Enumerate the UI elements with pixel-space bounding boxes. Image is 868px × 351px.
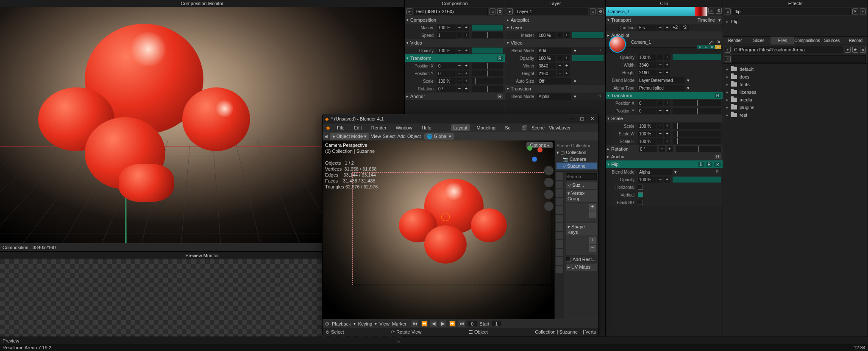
remove-effect-button[interactable]: ✕ bbox=[714, 162, 721, 167]
blender-window[interactable]: ◆ * (Unsaved) - Blender 4.1 — ▢ ✕ ◉ File… bbox=[322, 114, 599, 336]
viewlayer-dropdown[interactable]: ViewLayer bbox=[549, 125, 570, 130]
menu-add[interactable]: Add bbox=[397, 134, 406, 139]
sec-clip-flip[interactable]: ▾FlipBR✕ bbox=[606, 160, 723, 168]
menu-edit[interactable]: Edit bbox=[351, 124, 364, 131]
comp-master-slider[interactable] bbox=[472, 25, 503, 31]
search-icon[interactable]: ⌕ bbox=[490, 8, 495, 14]
sec-layer-video[interactable]: ▾Video bbox=[505, 39, 605, 47]
timeline-marker[interactable]: Marker bbox=[392, 321, 406, 326]
workspace-modeling[interactable]: Modeling bbox=[474, 124, 498, 131]
remove-button[interactable]: − bbox=[589, 211, 596, 218]
shape-keys-header[interactable]: ▾ Shape Keys bbox=[566, 223, 597, 236]
search-icon[interactable]: ⌕ bbox=[725, 56, 731, 62]
property-tabs[interactable] bbox=[555, 171, 564, 319]
flip-vertical-checkbox[interactable] bbox=[638, 192, 643, 197]
bookmark-icon[interactable]: ★ bbox=[852, 47, 858, 53]
effect-item-flip[interactable]: ▸Flip bbox=[726, 18, 864, 25]
tab-record[interactable]: Record bbox=[844, 37, 868, 45]
current-frame[interactable]: 0 bbox=[467, 321, 477, 326]
uv-maps-header[interactable]: ▸ UV Maps bbox=[566, 264, 597, 271]
outliner-camera[interactable]: 📷 Camera bbox=[556, 156, 597, 163]
path-input[interactable]: C:/Program Files/Resolume Arena bbox=[732, 46, 843, 53]
add-button[interactable]: + bbox=[589, 204, 596, 211]
rgba-toggles[interactable]: RGBA bbox=[697, 45, 721, 49]
suzanne-viewport[interactable] bbox=[399, 179, 509, 268]
effects-search-input[interactable] bbox=[732, 8, 851, 15]
flip-blackbg-checkbox[interactable] bbox=[638, 200, 643, 205]
sec-clip-rotation[interactable]: ▸Rotation0 °−+ bbox=[606, 145, 723, 153]
folder-fonts[interactable]: ▸fonts bbox=[726, 81, 864, 88]
menu-window[interactable]: Window bbox=[393, 124, 415, 131]
timeline-keying[interactable]: Keying bbox=[358, 321, 373, 326]
clear-search-icon[interactable]: ✕ bbox=[852, 8, 858, 14]
tab-slices[interactable]: Slices bbox=[747, 37, 771, 45]
gear-icon[interactable]: ⚙ bbox=[497, 8, 503, 14]
sec-layer-autopilot[interactable]: ▸Autopilot bbox=[505, 16, 605, 24]
workspace-more[interactable]: Sc bbox=[502, 124, 513, 131]
editor-type-icon[interactable]: ⊞ bbox=[324, 134, 328, 139]
menu-file[interactable]: File bbox=[334, 124, 347, 131]
menu-view[interactable]: View bbox=[371, 134, 381, 139]
maximize-button[interactable]: ▢ bbox=[578, 115, 586, 123]
layer-blend-dropdown[interactable]: Add bbox=[537, 48, 571, 54]
tab-compositions[interactable]: Compositions bbox=[794, 37, 820, 45]
menu-help[interactable]: Help bbox=[419, 124, 434, 131]
blender-viewport[interactable]: Camera Perspective (0) Collection | Suza… bbox=[323, 140, 554, 319]
comp-name-input[interactable] bbox=[414, 8, 488, 15]
sec-layer-transition[interactable]: ▾Transition bbox=[505, 85, 605, 93]
folder-licenses[interactable]: ▸licenses bbox=[726, 88, 864, 96]
prev-key-icon[interactable]: ⏪ bbox=[421, 320, 428, 327]
vertex-groups-header[interactable]: ▾ Vertex Group bbox=[566, 190, 597, 202]
search-icon[interactable]: ⌕ bbox=[725, 8, 731, 14]
sec-clip-scale[interactable]: ▾Scale bbox=[606, 115, 723, 122]
sec-comp-anchor[interactable]: ▸AnchorR bbox=[405, 93, 505, 100]
splitter-icon[interactable]: ◡ bbox=[395, 337, 401, 343]
menu-render[interactable]: Render bbox=[369, 124, 389, 131]
folder-rest[interactable]: ▸rest bbox=[726, 111, 864, 119]
start-frame[interactable]: 1 bbox=[492, 321, 501, 326]
layer-autosize-dropdown[interactable]: Off bbox=[537, 78, 571, 84]
folder-plugins[interactable]: ▸plugins bbox=[726, 104, 864, 111]
add-icon[interactable]: + bbox=[860, 8, 866, 14]
flip-horizontal-checkbox[interactable] bbox=[638, 185, 643, 190]
transport-mode-dropdown[interactable]: Timeline bbox=[698, 17, 715, 22]
file-search-input[interactable] bbox=[732, 55, 866, 63]
folder-media[interactable]: ▸media bbox=[726, 96, 864, 104]
layer-name-input[interactable] bbox=[515, 8, 588, 15]
comp-caret-icon[interactable]: ▸ bbox=[406, 8, 412, 14]
minimize-button[interactable]: — bbox=[568, 115, 576, 123]
workspace-layout[interactable]: Layout bbox=[451, 124, 470, 131]
orientation-dropdown[interactable]: 🌐 Global ▾ bbox=[424, 133, 454, 140]
double-button[interactable]: *2 bbox=[680, 25, 689, 31]
sec-clip-transform[interactable]: ▾TransformR bbox=[606, 92, 723, 99]
sec-layer[interactable]: ▾Layer bbox=[505, 24, 605, 31]
menu-object[interactable]: Object bbox=[407, 134, 421, 139]
folder-docs[interactable]: ▸docs bbox=[726, 73, 864, 81]
minus-button[interactable]: − bbox=[456, 25, 462, 31]
clip-timeline[interactable]: Camera_1 ⤢ ✕ RGBA bbox=[606, 39, 723, 48]
object-name-field[interactable]: ▽ Suz... bbox=[566, 182, 597, 189]
play-reverse-icon[interactable]: ◀ bbox=[430, 320, 437, 327]
comp-master-value[interactable]: 100 % bbox=[437, 25, 456, 31]
sec-comp-video[interactable]: ▾Video bbox=[405, 39, 505, 47]
tab-render[interactable]: Render bbox=[723, 37, 747, 45]
mode-dropdown[interactable]: ● Object Mode ▾ bbox=[330, 133, 369, 140]
nav-gizmo[interactable] bbox=[525, 144, 544, 163]
add-rest-checkbox[interactable] bbox=[566, 257, 571, 262]
menu-select[interactable]: Select bbox=[383, 134, 396, 139]
gear-icon[interactable]: ⚙ bbox=[716, 8, 722, 14]
path-dropdown-icon[interactable]: ▾ bbox=[845, 47, 851, 53]
next-key-icon[interactable]: ⏩ bbox=[449, 320, 456, 327]
comp-speed-value[interactable]: 1 bbox=[437, 32, 456, 39]
tag-icon[interactable]: ◈ bbox=[860, 47, 866, 53]
outliner-suzanne[interactable]: ▽ Suzanne bbox=[556, 163, 597, 169]
viewport-nav-icons[interactable] bbox=[544, 166, 554, 211]
play-icon[interactable]: ▶ bbox=[440, 320, 446, 327]
outliner-scene[interactable]: Scene Collection bbox=[556, 142, 597, 149]
half-button[interactable]: ÷2 bbox=[671, 25, 679, 31]
clip-blend-dropdown[interactable]: Layer Determined bbox=[638, 77, 684, 84]
vertex-groups-list[interactable]: +− bbox=[566, 203, 597, 222]
tab-files[interactable]: Files bbox=[771, 37, 794, 45]
search-icon[interactable]: ⌕ bbox=[708, 8, 714, 14]
up-folder-icon[interactable]: ↑ bbox=[725, 47, 731, 53]
